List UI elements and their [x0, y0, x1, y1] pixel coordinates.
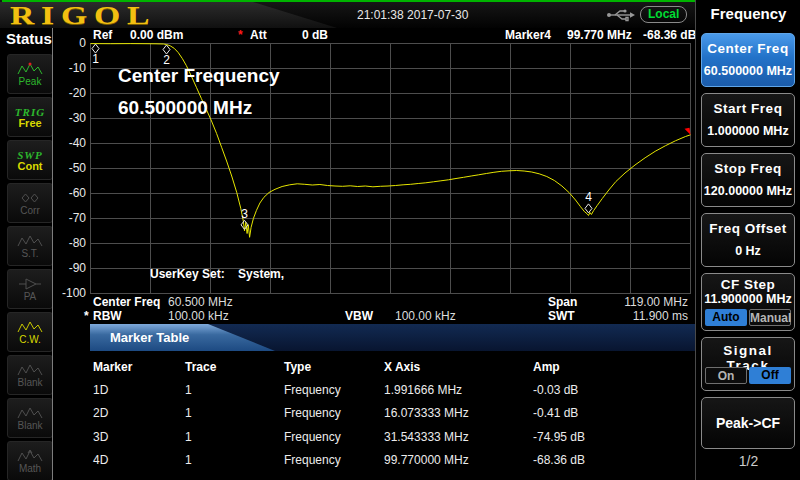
y-tick-5: -50 [54, 161, 86, 175]
preamp-icon [17, 277, 43, 291]
cell-trace: 1 [185, 406, 192, 420]
cell-amp: -74.95 dB [533, 430, 585, 444]
center-freq-softkey-value: 60.500000 MHz [702, 64, 794, 78]
top-bar: RIGOL 21:01:38 2017-07-30 Local [0, 0, 695, 28]
cell-marker: 4D [93, 453, 108, 467]
cf-step-toggle: Auto Manual [702, 309, 794, 326]
swt-label: SWT [548, 309, 575, 323]
status-tile-pa: PA [7, 269, 53, 309]
menu-page-indicator: 1/2 [696, 453, 800, 469]
math-waveform-icon [17, 449, 43, 463]
local-mode-badge: Local [640, 6, 687, 23]
swt-value: 11.900 ms [600, 309, 688, 323]
top-green-line [2, 0, 695, 2]
table-row: 1D 1 Frequency 1.991666 MHz -0.03 dB [90, 383, 695, 397]
cell-marker: 3D [93, 430, 108, 444]
start-freq-softkey[interactable]: Start Freq 1.000000 MHz [701, 93, 795, 147]
sidebar-divider [52, 28, 53, 480]
trigger-tag: TRIG [15, 106, 45, 118]
vbw-value: 100.00 kHz [395, 309, 456, 323]
status-tile-cw: C.W. [7, 312, 53, 352]
cell-amp: -0.03 dB [533, 383, 578, 397]
cw-waveform-icon [17, 320, 43, 334]
signal-track-toggle: On Off [702, 367, 794, 384]
freq-offset-softkey-label: Freq Offset [702, 221, 794, 236]
main-area: Ref 0.00 dBm * Att 0 dB Marker4 99.770 M… [90, 28, 695, 480]
col-trace: Trace [185, 360, 216, 374]
cf-step-softkey-value: 11.900000 MHz [702, 292, 794, 306]
cf-step-auto-option[interactable]: Auto [705, 309, 747, 326]
cell-type: Frequency [284, 453, 341, 467]
col-type: Type [284, 360, 311, 374]
rbw-coupling-star: * [84, 309, 89, 323]
y-tick-7: -70 [54, 211, 86, 225]
cf-step-manual-option[interactable]: Manual [749, 309, 791, 326]
y-tick-2: -20 [54, 86, 86, 100]
sweep-tag: SWP [17, 149, 43, 161]
status-tile-blank1: Blank [7, 355, 53, 395]
signal-track-softkey[interactable]: Signal Track On Off [701, 337, 795, 391]
status-label-peak: Peak [19, 76, 42, 87]
cell-type: Frequency [284, 383, 341, 397]
y-tick-1: -10 [54, 61, 86, 75]
readout-line: Ref 0.00 dBm * Att 0 dB Marker4 99.770 M… [90, 28, 695, 43]
rbw-value: 100.00 kHz [168, 309, 229, 323]
center-freq-value: 60.500 MHz [168, 295, 233, 309]
cell-marker: 2D [93, 406, 108, 420]
cell-xaxis: 99.770000 MHz [384, 453, 469, 467]
y-tick-10: -100 [54, 286, 86, 300]
col-xaxis: X Axis [384, 360, 420, 374]
status-label-math: Math [19, 463, 41, 474]
y-tick-4: -40 [54, 136, 86, 150]
center-freq-softkey[interactable]: Center Freq 60.500000 MHz [701, 33, 795, 87]
blank-waveform-icon [17, 406, 43, 420]
att-value: 0 dB [302, 28, 328, 43]
table-row: 4D 1 Frequency 99.770000 MHz -68.36 dB [90, 453, 695, 467]
svg-text:4: 4 [585, 190, 592, 204]
cell-xaxis: 31.543333 MHz [384, 430, 469, 444]
y-tick-0: 0 [54, 36, 86, 50]
ref-value: 0.00 dBm [130, 28, 183, 43]
marker-table-columns: Marker Trace Type X Axis Amp [90, 360, 695, 374]
rbw-label: RBW [93, 309, 122, 323]
status-label-corr: Corr [20, 205, 39, 216]
status-title: Status [6, 30, 52, 47]
cell-trace: 1 [185, 383, 192, 397]
start-freq-softkey-label: Start Freq [702, 101, 794, 116]
clock: 21:01:38 2017-07-30 [357, 8, 468, 22]
stop-freq-softkey-label: Stop Freq [702, 161, 794, 176]
cell-type: Frequency [284, 406, 341, 420]
cell-trace: 1 [185, 453, 192, 467]
status-label-cw: C.W. [19, 334, 41, 345]
cell-amp: -68.36 dB [533, 453, 585, 467]
marker-readout-amp: -68.36 dB [643, 28, 696, 43]
frequency-menu: Frequency Center Freq 60.500000 MHz Star… [695, 0, 800, 480]
status-label-blank1: Blank [17, 377, 42, 388]
status-tile-corr: Corr [7, 183, 53, 223]
freq-offset-softkey-value: 0 Hz [702, 244, 794, 258]
footer-row-1: Center Freq 60.500 MHz Span 119.00 MHz [90, 295, 695, 309]
peak-to-cf-softkey[interactable]: Peak->CF [701, 397, 795, 449]
marker-table-header-bar: Marker Table [90, 324, 695, 351]
cell-xaxis: 1.991666 MHz [384, 383, 462, 397]
table-row: 3D 1 Frequency 31.543333 MHz -74.95 dB [90, 430, 695, 444]
status-tile-sweep: SWP Cont [7, 140, 53, 180]
corr-icon [17, 191, 43, 205]
signal-track-off-option[interactable]: Off [749, 367, 791, 384]
stop-freq-softkey[interactable]: Stop Freq 120.00000 MHz [701, 153, 795, 207]
status-tile-math: Math [7, 441, 53, 480]
start-freq-softkey-value: 1.000000 MHz [702, 124, 794, 138]
sweep-mode: Cont [17, 161, 42, 172]
span-value: 119.00 MHz [600, 295, 688, 309]
brand-logo: RIGOL [10, 2, 156, 30]
marker-readout-freq: 99.770 MHz [567, 28, 632, 43]
footer-row-2: * RBW 100.00 kHz VBW 100.00 kHz SWT 11.9… [90, 309, 695, 323]
signal-track-on-option[interactable]: On [705, 367, 747, 384]
cf-step-softkey[interactable]: CF Step 11.900000 MHz Auto Manual [701, 273, 795, 331]
freq-offset-softkey[interactable]: Freq Offset 0 Hz [701, 213, 795, 267]
status-tile-peak: Peak [7, 54, 53, 94]
usb-icon [606, 8, 636, 26]
att-coupling-star: * [238, 28, 243, 43]
y-tick-6: -60 [54, 186, 86, 200]
svg-text:1: 1 [92, 52, 99, 66]
